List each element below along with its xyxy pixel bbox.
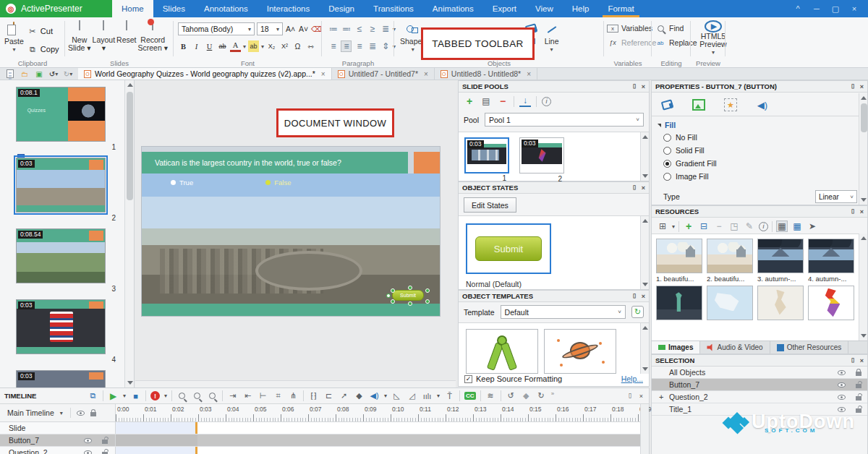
- reference-button[interactable]: ƒxReference: [607, 35, 652, 50]
- slide-thumbnail-2[interactable]: 0:03: [16, 158, 106, 213]
- slide-thumbnail-1[interactable]: 0:08.1: [16, 87, 106, 142]
- selection-row-title-1[interactable]: Title_1: [652, 403, 867, 416]
- collapse-ribbon-icon[interactable]: ^: [790, 2, 806, 15]
- html5-preview-button[interactable]: ▶ HTML5 Preview▾: [697, 17, 730, 56]
- timeline-row-question-2[interactable]: Question_2: [0, 447, 649, 454]
- font-color-button[interactable]: A: [230, 40, 241, 52]
- audio-drop-icon[interactable]: ◆: [354, 390, 365, 401]
- underline-button[interactable]: U: [204, 40, 215, 52]
- timeline-track-selector[interactable]: Main Timeline▾: [0, 404, 116, 421]
- close-panel-icon[interactable]: ×: [860, 208, 864, 215]
- lock-icon[interactable]: [856, 384, 861, 388]
- scroll-up-arrow[interactable]: [859, 234, 868, 243]
- state-preview-card[interactable]: Submit: [466, 223, 551, 274]
- option-false[interactable]: False: [265, 176, 291, 189]
- selection-row-question-2[interactable]: +Question_2: [652, 391, 867, 403]
- pin-icon[interactable]: ▭: [850, 84, 856, 90]
- scroll-up-arrow[interactable]: [641, 323, 650, 333]
- tab-export[interactable]: Export: [483, 0, 526, 17]
- redo-timeline-icon[interactable]: ↻: [536, 390, 547, 401]
- fill-option-gradient-fill[interactable]: Gradient Fill: [652, 157, 867, 170]
- fill-section-header[interactable]: Fill: [652, 116, 867, 131]
- undo-timeline-icon[interactable]: ↺: [506, 390, 516, 401]
- preview-resource-icon[interactable]: ◳: [728, 220, 740, 232]
- timeline-object-bar[interactable]: [116, 434, 197, 446]
- slide-thumbnail-4[interactable]: 0:03: [16, 299, 106, 354]
- image-tab-icon[interactable]: [691, 97, 707, 113]
- eye-icon[interactable]: [838, 382, 846, 387]
- timeline-row-slide[interactable]: Slide: [0, 422, 649, 434]
- selection-row-all-objects[interactable]: All Objects: [652, 367, 867, 379]
- clear-formatting-button[interactable]: ⌫: [311, 23, 322, 35]
- selection-handle[interactable]: [391, 299, 395, 304]
- paste-button[interactable]: Paste▾: [4, 20, 24, 59]
- slide-canvas[interactable]: Vatican is the largest country in the wo…: [142, 147, 440, 316]
- resource-item[interactable]: [656, 286, 702, 320]
- scroll-up-arrow[interactable]: [641, 132, 650, 142]
- template-select[interactable]: Default˅: [501, 305, 626, 319]
- close-panel-icon[interactable]: ×: [639, 393, 643, 400]
- delete-time-icon[interactable]: ⇤: [242, 390, 253, 401]
- tab-design[interactable]: Design: [319, 0, 364, 17]
- show-images-toggle-icon[interactable]: ▦: [776, 220, 788, 232]
- document-tab[interactable]: OUntitled8 - Untitled8*×: [435, 68, 537, 80]
- pool-slide-thumbnail-2[interactable]: 0:032: [519, 137, 564, 174]
- find-button[interactable]: Find: [655, 21, 691, 35]
- resource-item[interactable]: [808, 286, 854, 320]
- close-panel-icon[interactable]: ×: [860, 357, 864, 364]
- snap-icon[interactable]: ⊢: [258, 390, 268, 401]
- fade-out-icon[interactable]: ◿: [407, 390, 417, 401]
- insert-time-icon[interactable]: ⇥: [227, 390, 238, 401]
- lock-icon[interactable]: [856, 408, 861, 413]
- slide-background-photo[interactable]: [142, 174, 440, 304]
- split-icon[interactable]: ⋔: [288, 390, 299, 401]
- volume-icon[interactable]: ◀): [369, 390, 380, 401]
- zoom-in-icon[interactable]: [207, 390, 218, 401]
- tab-home[interactable]: Home: [112, 0, 153, 17]
- resources-scrollbar[interactable]: [859, 234, 867, 340]
- select-range-icon[interactable]: ⁅⁆: [308, 390, 319, 401]
- resource-tab-other-resources[interactable]: Other Resources: [770, 341, 849, 354]
- slide-thumbnail-5[interactable]: 0:03: [16, 370, 106, 387]
- rename-pool-icon[interactable]: ▤: [480, 95, 492, 107]
- superscript-button[interactable]: X²: [279, 40, 290, 52]
- new-document-icon[interactable]: [6, 69, 14, 78]
- strikethrough-button[interactable]: ab: [217, 40, 228, 52]
- align-center-button[interactable]: ≡: [341, 40, 352, 52]
- timeline-object-bar[interactable]: [116, 447, 197, 454]
- font-color-caret[interactable]: ▾: [243, 43, 246, 50]
- decrease-indent-button[interactable]: ≤: [354, 23, 365, 35]
- fill-option-image-fill[interactable]: Image Fill: [652, 170, 867, 183]
- timeline-ruler[interactable]: 0:000:010:020:030:040:050:060:070:080:09…: [116, 404, 649, 421]
- redo-icon[interactable]: ↻▾: [64, 69, 72, 78]
- document-tab[interactable]: OWorld Geography Quizzes - World geograp…: [78, 68, 332, 80]
- all-layers-icon[interactable]: ⧉: [88, 390, 98, 401]
- timeline-track[interactable]: [116, 422, 649, 434]
- lock-icon[interactable]: [856, 396, 861, 401]
- add-resource-icon[interactable]: +: [683, 220, 694, 232]
- tab-view[interactable]: View: [526, 0, 563, 17]
- eye-icon[interactable]: [838, 407, 846, 412]
- insert-caption-icon[interactable]: T̄: [444, 390, 455, 401]
- font-size-select[interactable]: 18▾: [257, 22, 283, 35]
- resource-item[interactable]: 4. autumn-...: [808, 239, 854, 283]
- timeline-object-bar[interactable]: [116, 422, 197, 434]
- fill-option-solid-fill[interactable]: Solid Fill: [652, 144, 867, 157]
- eye-icon[interactable]: [838, 370, 846, 375]
- tab-format[interactable]: Format: [598, 0, 643, 17]
- cut-range-icon[interactable]: ⊏: [323, 390, 334, 401]
- eye-icon[interactable]: [77, 411, 85, 416]
- submit-button-object[interactable]: Submit: [392, 290, 424, 301]
- resource-item[interactable]: 3. autumn-...: [757, 239, 804, 283]
- timeline-scrollbar[interactable]: [640, 404, 649, 454]
- play-icon[interactable]: ▶: [108, 390, 119, 401]
- pool-scrollbar[interactable]: [640, 132, 649, 181]
- lock-icon[interactable]: [102, 440, 108, 444]
- add-pool-icon[interactable]: +: [464, 95, 475, 107]
- animation-icon[interactable]: ➚: [339, 390, 349, 401]
- close-tab-icon[interactable]: ×: [321, 70, 326, 78]
- app-logo[interactable]: ◎ ActivePresenter: [0, 0, 112, 17]
- variables-button[interactable]: xVariables: [607, 21, 652, 35]
- pin-icon[interactable]: ▭: [850, 209, 856, 215]
- show-used-toggle-icon[interactable]: ▦: [791, 220, 803, 232]
